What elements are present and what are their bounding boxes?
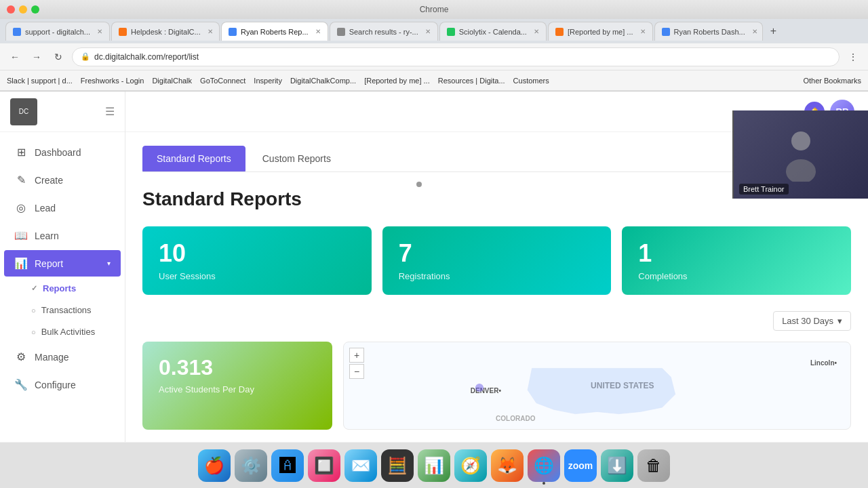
tab-3[interactable]: Ryan Roberts Rep... ✕ <box>221 22 328 41</box>
bookmark-9[interactable]: Customers <box>513 77 549 85</box>
dock-finder[interactable]: 🍎 <box>198 449 231 482</box>
configure-label: Configure <box>35 380 76 390</box>
dock-mail[interactable]: ✉️ <box>344 449 377 482</box>
dock-app-store[interactable]: 🅰 <box>271 449 304 482</box>
tab-close-6[interactable]: ✕ <box>640 28 646 35</box>
date-filter: Last 30 Days ▾ <box>142 311 851 331</box>
url-bar[interactable]: 🔒 dc.digitalchalk.com/report/list <box>72 47 840 66</box>
extensions-button[interactable]: ⋮ <box>845 49 861 65</box>
sidebar-sub-item-reports[interactable]: ✓ Reports <box>4 278 121 299</box>
manage-icon: ⚙ <box>14 350 28 363</box>
bookmark-8[interactable]: Resources | Digita... <box>438 77 505 85</box>
bookmark-4[interactable]: GoToConnect <box>200 77 245 85</box>
tab-favicon-7 <box>662 28 670 36</box>
sidebar-toggle-button[interactable]: ☰ <box>105 105 115 118</box>
tab-favicon-3 <box>229 28 237 36</box>
sidebar-sub-item-bulk-activities[interactable]: ○ Bulk Activities <box>4 321 121 342</box>
configure-icon: 🔧 <box>14 378 28 391</box>
dock-safari[interactable]: 🧭 <box>454 449 487 482</box>
dock-downloads[interactable]: ⬇️ <box>601 449 633 482</box>
tab-2[interactable]: Helpdesk : DigitalC... ✕ <box>111 22 220 41</box>
dock-chrome[interactable]: 🌐 <box>528 449 560 482</box>
dock-trash[interactable]: 🗑 <box>637 449 670 482</box>
stat-card-completions[interactable]: 1 Completions <box>622 226 851 295</box>
manage-label: Manage <box>35 352 69 363</box>
chevron-down-icon: ▾ <box>837 316 842 326</box>
tab-group: Standard Reports Custom Reports <box>142 146 345 171</box>
sidebar-item-manage[interactable]: ⚙ Manage <box>4 344 121 370</box>
bookmark-2[interactable]: Freshworks - Login <box>81 77 144 85</box>
minimize-button[interactable] <box>19 5 27 14</box>
tab-custom-reports[interactable]: Custom Reports <box>248 146 345 171</box>
maximize-button[interactable] <box>31 5 39 14</box>
stat-cards: 10 User Sessions 7 Registrations 1 Compl… <box>142 226 851 295</box>
bookmark-3[interactable]: DigitalChalk <box>152 77 192 85</box>
dock-calculator[interactable]: 🧮 <box>381 449 414 482</box>
video-overlay: Brett Trainor <box>732 110 868 199</box>
reload-button[interactable]: ↻ <box>50 49 66 65</box>
new-tab-button[interactable]: + <box>764 22 783 41</box>
tab-close-5[interactable]: ✕ <box>534 28 539 35</box>
tab-standard-reports[interactable]: Standard Reports <box>142 146 245 171</box>
tab-7[interactable]: Ryan Roberts Dash... ✕ <box>654 22 763 41</box>
close-button[interactable] <box>7 5 15 14</box>
bulk-activities-check-icon: ○ <box>31 328 36 336</box>
date-dropdown[interactable]: Last 30 Days ▾ <box>773 311 851 331</box>
dock-numbers[interactable]: 📊 <box>418 449 450 482</box>
svg-point-0 <box>791 131 810 150</box>
lead-icon: ◎ <box>14 201 28 214</box>
sidebar-item-report[interactable]: 📊 Report ▾ <box>4 250 121 277</box>
stat-card-user-sessions[interactable]: 10 User Sessions <box>142 226 372 295</box>
bookmark-6[interactable]: DigitalChalkComp... <box>290 77 356 85</box>
dock-active-dot <box>542 482 545 485</box>
tab-favicon-6 <box>555 28 564 36</box>
video-person-label: Brett Trainor <box>739 184 789 195</box>
sidebar-item-learn[interactable]: 📖 Learn <box>4 222 121 249</box>
tab-6[interactable]: [Reported by me] ... ✕ <box>548 22 653 41</box>
tab-close-2[interactable]: ✕ <box>208 28 213 35</box>
map-card: + − Lincoln• UNITED STATES DENVER• COLOR… <box>343 342 851 430</box>
url-text: dc.digitalchalk.com/report/list <box>94 52 199 62</box>
learn-icon: 📖 <box>14 229 28 242</box>
sidebar-sub-item-transactions[interactable]: ○ Transactions <box>4 300 121 321</box>
tab-close-4[interactable]: ✕ <box>425 28 431 35</box>
dock-launchpad[interactable]: 🔲 <box>308 449 340 482</box>
tab-close-1[interactable]: ✕ <box>97 28 102 35</box>
dock-zoom[interactable]: zoom <box>564 449 597 482</box>
bookmark-7[interactable]: [Reported by me] ... <box>364 77 430 85</box>
learn-label: Learn <box>35 230 59 241</box>
dock-system-preferences[interactable]: ⚙️ <box>235 449 267 482</box>
active-students-card: 0.313 Active Students Per Day <box>142 342 332 430</box>
sidebar-item-create[interactable]: ✎ Create <box>4 167 121 193</box>
lead-label: Lead <box>35 203 56 214</box>
dock-firefox[interactable]: 🦊 <box>491 449 524 482</box>
bookmark-1[interactable]: Slack | support | d... <box>7 77 73 85</box>
tab-close-3[interactable]: ✕ <box>315 28 321 35</box>
back-button[interactable]: ← <box>7 49 23 65</box>
stat-card-registrations[interactable]: 7 Registrations <box>382 226 612 295</box>
tab-5[interactable]: Sciolytix - Calenda... ✕ <box>439 22 547 41</box>
map-section: 0.313 Active Students Per Day + − Lincol… <box>142 342 851 430</box>
bulk-activities-sub-label: Bulk Activities <box>41 327 95 337</box>
dashboard-icon: ⊞ <box>14 146 28 159</box>
report-icon: 📊 <box>14 257 28 270</box>
tab-favicon-4 <box>337 28 345 36</box>
bookmark-5[interactable]: Insperity <box>254 77 282 85</box>
mac-window-controls[interactable] <box>7 5 39 14</box>
create-icon: ✎ <box>14 174 28 186</box>
tab-1[interactable]: support - digitalch... ✕ <box>5 22 110 41</box>
mac-dock: 🍎 ⚙️ 🅰 🔲 ✉️ 🧮 📊 🧭 🦊 🌐 zoom ⬇️ 🗑 <box>0 442 868 488</box>
dashboard-label: Dashboard <box>35 147 81 158</box>
tab-4[interactable]: Search results - ry-... ✕ <box>330 22 438 41</box>
tab-close-7[interactable]: ✕ <box>752 28 757 35</box>
tab-favicon-5 <box>447 28 455 36</box>
transactions-sub-label: Transactions <box>41 305 92 315</box>
sidebar-item-dashboard[interactable]: ⊞ Dashboard <box>4 139 121 165</box>
sidebar-item-lead[interactable]: ◎ Lead <box>4 195 121 221</box>
date-dropdown-label: Last 30 Days <box>782 316 833 326</box>
tab-bar: support - digitalch... ✕ Helpdesk : Digi… <box>0 19 868 43</box>
tab-favicon-1 <box>13 28 21 36</box>
other-bookmarks[interactable]: Other Bookmarks <box>803 77 861 85</box>
sidebar-item-configure[interactable]: 🔧 Configure <box>4 371 121 398</box>
forward-button[interactable]: → <box>28 49 45 65</box>
